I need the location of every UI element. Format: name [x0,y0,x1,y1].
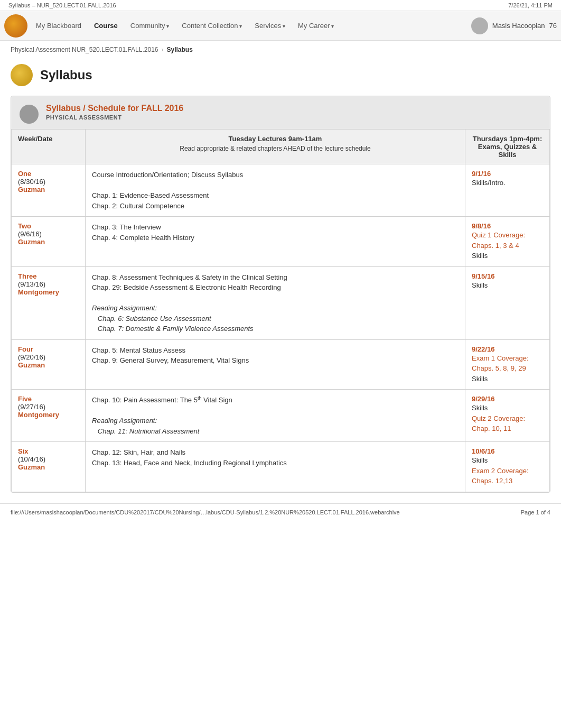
table-header-row: Week/Date Tuesday Lectures 9am-11am Read… [12,130,550,164]
schedule-table: Week/Date Tuesday Lectures 9am-11am Read… [11,129,550,492]
col-header-week: Week/Date [12,130,86,164]
thursday-cell-one: 9/1/16 Skills/Intro. [465,164,550,217]
content-area: Syllabus / Schedule for FALL 2016 PHYSIC… [0,96,561,503]
tuesday-content: Chap. 8: Assessment Techniques & Safety … [92,272,459,334]
quiz-label: Quiz 2 Coverage:Chap. 10, 11 [472,414,525,433]
thursday-cell-five: 9/29/16 Skills Quiz 2 Coverage:Chap. 10,… [465,390,550,442]
nav-my-career[interactable]: My Career [292,19,340,33]
nav-community[interactable]: Community [124,19,176,33]
syllabus-card-header: Syllabus / Schedule for FALL 2016 PHYSIC… [11,96,550,129]
thursday-cell-three: 9/15/16 Skills [465,266,550,339]
top-bar-left: Syllabus – NUR_520.LECT.01.FALL.2016 [8,2,116,8]
week-instructor: Guzman [18,463,79,471]
breadcrumb-course[interactable]: Physical Assessment NUR_520.LECT.01.FALL… [11,46,158,53]
syllabus-card-title-block: Syllabus / Schedule for FALL 2016 PHYSIC… [46,104,183,121]
user-name: Masis Hacoopian [492,22,545,30]
week-instructor: Montgomery [18,288,79,296]
thursday-date: 9/29/16 [472,395,543,403]
week-instructor: Guzman [18,238,79,246]
thursday-content: Skills Exam 2 Coverage:Chaps. 12,13 [472,455,543,486]
week-number: Six [18,447,79,455]
syllabus-card-icon [20,105,39,124]
tuesday-cell-five: Chap. 10: Pain Assessment: The 5th Vital… [86,390,465,442]
user-avatar [471,17,488,34]
page-header-icon [11,64,33,86]
thursday-cell-four: 9/22/16 Exam 1 Coverage:Chaps. 5, 8, 9, … [465,339,550,390]
thursday-content: Exam 1 Coverage:Chaps. 5, 8, 9, 29 Skill… [472,353,543,384]
user-score: 76 [549,22,557,30]
tuesday-content: Chap. 5: Mental Status Assess Chap. 9: G… [92,345,459,366]
col-header-thursday: Thursdays 1pm-4pm: Exams, Quizzes & Skil… [465,130,550,164]
footer-path: file:///Users/masishacoopian/Documents/C… [11,509,400,515]
tuesday-content: Chap. 10: Pain Assessment: The 5th Vital… [92,395,459,436]
week-number: Five [18,395,79,403]
nav-user-area: Masis Hacoopian 76 [471,17,557,34]
nav-bar: My Blackboard Course Community Content C… [0,11,561,41]
exam-label: Exam 2 Coverage:Chaps. 12,13 [472,467,529,485]
thursday-cell-six: 10/6/16 Skills Exam 2 Coverage:Chaps. 12… [465,442,550,492]
week-number: Four [18,345,79,353]
top-bar-right: 7/26/21, 4:11 PM [508,2,553,8]
week-date: (9/27/16) [18,403,79,411]
nav-content-collection[interactable]: Content Collection [175,19,248,33]
syllabus-card-subheading: PHYSICAL ASSESSMENT [46,114,183,121]
week-instructor: Guzman [18,361,79,369]
thursday-date: 9/8/16 [472,222,543,230]
tuesday-sub-label: Read appropriate & related chapters AHEA… [92,145,459,152]
thursday-content: Skills Quiz 2 Coverage:Chap. 10, 11 [472,403,543,434]
week-cell-three: Three (9/13/16) Montgomery [12,266,86,339]
week-cell-four: Four (9/20/16) Guzman [12,339,86,390]
nav-services[interactable]: Services [248,19,292,33]
tuesday-content: Course Introduction/Orientation; Discuss… [92,170,459,211]
nav-course[interactable]: Course [88,19,124,33]
thursday-content: Skills/Intro. [472,178,543,188]
top-bar: Syllabus – NUR_520.LECT.01.FALL.2016 7/2… [0,0,561,11]
table-row: Four (9/20/16) Guzman Chap. 5: Mental St… [12,339,550,390]
breadcrumb-current: Syllabus [166,46,192,53]
week-number: Three [18,272,79,280]
week-date: (10/4/16) [18,455,79,463]
exam-label: Exam 1 Coverage:Chaps. 5, 8, 9, 29 [472,354,529,373]
thursday-content: Skills [472,280,543,291]
col-header-tuesday: Tuesday Lectures 9am-11am Read appropria… [86,130,465,164]
thursday-date: 9/22/16 [472,345,543,353]
week-date: (9/20/16) [18,353,79,361]
reading-item: Chap. 7: Domestic & Family Violence Asse… [98,325,254,333]
week-number: Two [18,222,79,230]
reading-label: Reading Assignment: [92,304,157,312]
reading-item: Chap. 11: Nutritional Assessment [98,427,199,435]
tuesday-cell-four: Chap. 5: Mental Status Assess Chap. 9: G… [86,339,465,390]
week-cell-six: Six (10/4/16) Guzman [12,442,86,492]
week-date: (8/30/16) [18,178,79,186]
page-header: Syllabus [0,59,561,96]
week-date: (9/13/16) [18,280,79,288]
breadcrumb-separator: › [161,46,163,53]
table-row: Three (9/13/16) Montgomery Chap. 8: Asse… [12,266,550,339]
table-row: One (8/30/16) Guzman Course Introduction… [12,164,550,217]
thursday-date: 9/1/16 [472,170,543,178]
week-number: One [18,170,79,178]
page-footer: file:///Users/masishacoopian/Documents/C… [0,503,561,521]
footer-page: Page 1 of 4 [521,509,550,515]
week-cell-five: Five (9/27/16) Montgomery [12,390,86,442]
tuesday-content: Chap. 3: The Interview Chap. 4: Complete… [92,222,459,243]
week-cell-two: Two (9/6/16) Guzman [12,217,86,267]
thursday-cell-two: 9/8/16 Quiz 1 Coverage:Chaps. 1, 3 & 4 S… [465,217,550,267]
table-row: Six (10/4/16) Guzman Chap. 12: Skin, Hai… [12,442,550,492]
syllabus-card-heading: Syllabus / Schedule for FALL 2016 [46,104,183,113]
week-date: (9/6/16) [18,230,79,238]
quiz-label: Quiz 1 Coverage:Chaps. 1, 3 & 4 [472,231,525,250]
week-instructor: Guzman [18,186,79,193]
reading-label: Reading Assignment: [92,417,157,425]
tuesday-cell-two: Chap. 3: The Interview Chap. 4: Complete… [86,217,465,267]
syllabus-card: Syllabus / Schedule for FALL 2016 PHYSIC… [11,96,550,493]
tuesday-main-label: Tuesday Lectures 9am-11am [92,135,459,143]
reading-item: Chap. 6: Substance Use Assessment [98,315,211,322]
tuesday-cell-one: Course Introduction/Orientation; Discuss… [86,164,465,217]
tuesday-content: Chap. 12: Skin, Hair, and Nails Chap. 13… [92,447,459,468]
table-row: Two (9/6/16) Guzman Chap. 3: The Intervi… [12,217,550,267]
thursday-date: 10/6/16 [472,447,543,455]
blackboard-logo [4,14,27,38]
tuesday-cell-three: Chap. 8: Assessment Techniques & Safety … [86,266,465,339]
nav-my-blackboard[interactable]: My Blackboard [30,19,88,33]
